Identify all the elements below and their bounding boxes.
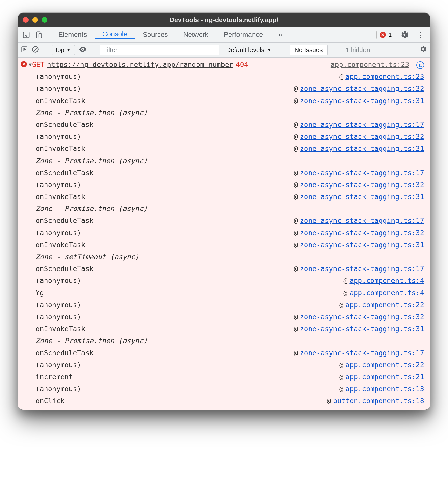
chevron-down-icon: ▼ — [267, 47, 272, 53]
kebab-menu-icon[interactable]: ⋮ — [414, 30, 427, 40]
execution-context-selector[interactable]: top ▼ — [52, 45, 75, 55]
svg-point-6 — [82, 49, 83, 50]
issues-button[interactable]: No Issues — [290, 45, 328, 55]
more-tabs-button[interactable]: » — [271, 31, 290, 39]
stack-frame: onInvokeTask@zone-async-stack-tagging.ts… — [18, 95, 430, 107]
minimize-window-button[interactable] — [32, 17, 38, 23]
tab-elements[interactable]: Elements — [51, 30, 95, 39]
source-link[interactable]: zone-async-stack-tagging.ts:32 — [300, 313, 424, 321]
console-settings-icon[interactable] — [419, 45, 427, 55]
stack-frame-function: (anonymous) — [36, 71, 81, 82]
async-boundary-label: Zone - Promise.then (async) — [18, 155, 430, 167]
http-method: GET — [32, 59, 45, 70]
request-url[interactable]: https://ng-devtools.netlify.app/random-n… — [47, 59, 233, 70]
source-link[interactable]: zone-async-stack-tagging.ts:17 — [300, 121, 424, 129]
log-levels-selector[interactable]: Default levels ▼ — [223, 46, 275, 54]
stack-frame: Yg@app.component.ts:4 — [18, 287, 430, 299]
at-symbol: @ — [339, 361, 343, 369]
close-window-button[interactable] — [23, 17, 29, 23]
stack-frame: onInvokeTask@zone-async-stack-tagging.ts… — [18, 143, 430, 154]
stack-frame: onClick@button.component.ts:18 — [18, 395, 430, 407]
stack-frame: (anonymous)@zone-async-stack-tagging.ts:… — [18, 131, 430, 143]
source-link[interactable]: zone-async-stack-tagging.ts:32 — [300, 229, 424, 237]
source-link[interactable]: zone-async-stack-tagging.ts:31 — [300, 325, 424, 333]
console-error-entry[interactable]: ✕ ▼ GET https://ng-devtools.netlify.app/… — [18, 59, 430, 70]
settings-icon[interactable] — [398, 31, 411, 39]
at-symbol: @ — [294, 217, 298, 224]
stack-frame-function: onInvokeTask — [36, 323, 85, 334]
svg-rect-2 — [39, 34, 42, 38]
at-symbol: @ — [294, 169, 298, 177]
stack-frame-function: (anonymous) — [36, 299, 81, 310]
tab-performance[interactable]: Performance — [216, 30, 271, 39]
source-link[interactable]: app.component.ts:22 — [345, 301, 424, 309]
inspect-element-icon[interactable] — [20, 31, 33, 39]
error-icon: ✕ — [380, 32, 386, 38]
disclosure-triangle-icon[interactable]: ▼ — [29, 61, 32, 69]
maximize-window-button[interactable] — [42, 17, 47, 23]
chevron-down-icon: ▼ — [66, 47, 71, 53]
stack-frame: (anonymous)@app.component.ts:4 — [18, 275, 430, 287]
at-symbol: @ — [294, 145, 298, 152]
error-count-badge[interactable]: ✕ 1 — [376, 31, 395, 39]
tab-sources[interactable]: Sources — [135, 30, 176, 39]
source-link[interactable]: zone-async-stack-tagging.ts:17 — [300, 349, 424, 357]
stack-frame: onScheduleTask@zone-async-stack-tagging.… — [18, 263, 430, 275]
source-link[interactable]: zone-async-stack-tagging.ts:32 — [300, 133, 424, 140]
source-link[interactable]: zone-async-stack-tagging.ts:32 — [300, 181, 424, 189]
reload-icon[interactable]: ⇅ — [416, 61, 424, 69]
toggle-console-sidebar-icon[interactable] — [21, 46, 28, 54]
source-link[interactable]: zone-async-stack-tagging.ts:31 — [300, 97, 424, 105]
stack-frame-function: onScheduleTask — [36, 119, 94, 130]
source-link[interactable]: zone-async-stack-tagging.ts:31 — [300, 193, 424, 201]
stack-frame: (anonymous)@zone-async-stack-tagging.ts:… — [18, 227, 430, 239]
at-symbol: @ — [294, 97, 298, 105]
source-link[interactable]: zone-async-stack-tagging.ts:17 — [300, 169, 424, 177]
source-link[interactable]: app.component.ts:23 — [345, 73, 424, 80]
at-symbol: @ — [327, 397, 331, 405]
stack-frame-function: (anonymous) — [36, 227, 81, 238]
source-link[interactable]: zone-async-stack-tagging.ts:32 — [300, 84, 424, 92]
source-link[interactable]: app.component.ts:4 — [349, 277, 424, 285]
stack-frame: (anonymous)@app.component.ts:22 — [18, 299, 430, 311]
source-link[interactable]: app.component.ts:13 — [345, 385, 424, 393]
at-symbol: @ — [294, 349, 298, 357]
source-link[interactable]: app.component.ts:23 — [331, 61, 409, 68]
at-symbol: @ — [294, 241, 298, 249]
async-boundary-label: Zone - Promise.then (async) — [18, 107, 430, 119]
source-link[interactable]: zone-async-stack-tagging.ts:31 — [300, 241, 424, 249]
source-link[interactable]: zone-async-stack-tagging.ts:17 — [300, 217, 424, 224]
filter-input[interactable] — [100, 45, 219, 55]
source-link[interactable]: zone-async-stack-tagging.ts:17 — [300, 265, 424, 273]
window-titlebar: DevTools - ng-devtools.netlify.app/ — [18, 13, 430, 27]
stack-frame-function: onInvokeTask — [36, 239, 85, 250]
panel-tabs: ElementsConsoleSourcesNetworkPerformance — [51, 30, 271, 39]
stack-frame: onScheduleTask@zone-async-stack-tagging.… — [18, 119, 430, 131]
at-symbol: @ — [339, 373, 343, 381]
at-symbol: @ — [294, 84, 298, 92]
stack-frame-function: onScheduleTask — [36, 263, 94, 274]
source-link[interactable]: button.component.ts:18 — [333, 397, 424, 405]
device-toolbar-icon[interactable] — [33, 31, 45, 39]
stack-frame-function: onClick — [36, 395, 65, 406]
http-status: 404 — [236, 59, 248, 70]
tab-network[interactable]: Network — [176, 30, 216, 39]
tab-console[interactable]: Console — [95, 30, 135, 39]
source-link[interactable]: app.component.ts:4 — [349, 289, 424, 297]
stack-frame: (anonymous)@zone-async-stack-tagging.ts:… — [18, 179, 430, 191]
async-boundary-label: Zone - Promise.then (async) — [18, 203, 430, 215]
source-link[interactable]: zone-async-stack-tagging.ts:31 — [300, 145, 424, 152]
stack-frame: onScheduleTask@zone-async-stack-tagging.… — [18, 347, 430, 359]
hidden-messages-label[interactable]: 1 hidden — [346, 46, 370, 54]
error-icon: ✕ — [21, 61, 27, 67]
stack-frame: onInvokeTask@zone-async-stack-tagging.ts… — [18, 323, 430, 335]
source-link[interactable]: app.component.ts:22 — [345, 361, 424, 369]
stack-frame-function: (anonymous) — [36, 311, 81, 322]
source-link[interactable]: app.component.ts:21 — [345, 373, 424, 381]
stack-frame-function: onScheduleTask — [36, 215, 94, 226]
clear-console-icon[interactable] — [32, 46, 39, 55]
stack-frame-function: (anonymous) — [36, 131, 81, 142]
context-label: top — [55, 46, 64, 54]
live-expression-icon[interactable] — [78, 45, 87, 55]
at-symbol: @ — [294, 181, 298, 189]
